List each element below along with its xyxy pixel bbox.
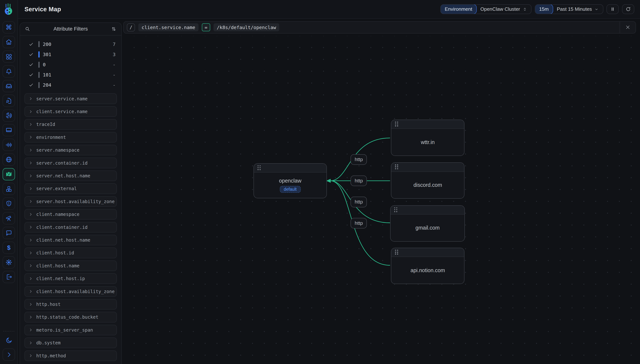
alerts-button[interactable] (2, 65, 15, 78)
trace-spiral-icon (5, 112, 12, 119)
traces-button[interactable] (2, 110, 15, 122)
drag-handle-icon[interactable] (258, 165, 261, 171)
chevron-right-icon (29, 315, 32, 319)
status-code-count: 7 (113, 42, 116, 47)
edge-label-http-notion[interactable]: http (350, 218, 367, 228)
environment-button[interactable]: Environment (440, 4, 477, 14)
service-node-discord-com[interactable]: discord.com (391, 162, 464, 199)
filter-operator-chip[interactable]: = (202, 23, 210, 31)
chevron-right-icon (29, 238, 32, 242)
drag-handle-icon[interactable] (395, 164, 399, 170)
status-filter-row[interactable]: 0 - (20, 60, 121, 70)
attribute-section[interactable]: server.host.availability_zone (24, 196, 117, 207)
attribute-section[interactable]: db.system (24, 338, 117, 348)
attribute-section[interactable]: client.container.id (24, 222, 117, 232)
attribute-section-label: client.container.id (36, 224, 88, 230)
attribute-section[interactable]: client.namespace (24, 209, 117, 220)
infrastructure-button[interactable] (2, 124, 15, 136)
command-palette-button[interactable]: ⌘ (2, 21, 15, 34)
components-button[interactable] (2, 50, 15, 63)
edge-label-http-gmail[interactable]: http (350, 197, 367, 207)
globe-button[interactable] (2, 154, 15, 166)
inbox-button[interactable] (2, 80, 15, 92)
attribute-section[interactable]: client.host.name (24, 260, 117, 271)
laptop-icon (5, 127, 12, 134)
service-map-canvas[interactable]: openclaw default wttr.in discord.com (123, 36, 636, 364)
status-code-label: 204 (43, 82, 51, 88)
shield-alert-icon (5, 200, 12, 207)
edge-label-http-discord[interactable]: http (350, 176, 367, 186)
feedback-button[interactable] (2, 227, 15, 239)
service-node-openclaw[interactable]: openclaw default (254, 163, 327, 198)
time-range-select[interactable]: Past 15 Minutes (553, 5, 603, 14)
home-button[interactable] (2, 36, 15, 48)
settings-button[interactable] (2, 256, 15, 268)
attribute-section[interactable]: metoro.is_server_span (24, 325, 117, 335)
explore-button[interactable] (2, 212, 15, 224)
components-icon (5, 53, 12, 60)
service-node-wttr-in[interactable]: wttr.in (391, 120, 464, 156)
issues-button[interactable] (2, 198, 15, 210)
pause-button[interactable] (606, 4, 619, 14)
cluster-select[interactable]: OpenClaw Cluster (476, 5, 531, 14)
filter-key-chip[interactable]: client.service.name (138, 23, 198, 31)
time-badge-button[interactable]: 15m (535, 4, 553, 14)
chevron-right-icon (29, 187, 32, 190)
service-map-button[interactable] (2, 168, 15, 180)
attribute-section-label: http.host (36, 302, 60, 307)
attribute-section[interactable]: client.service.name (24, 106, 117, 117)
pause-icon (610, 6, 615, 12)
status-code-label: 101 (43, 72, 51, 78)
metrics-button[interactable] (2, 139, 15, 151)
cubes-icon (5, 186, 12, 192)
status-code-count: - (113, 62, 116, 68)
edge-label-http-wttr[interactable]: http (350, 154, 367, 165)
attribute-section[interactable]: http.host (24, 299, 117, 310)
status-code-label: 301 (43, 52, 51, 57)
attribute-section[interactable]: http.status_code.bucket (24, 312, 117, 322)
chevron-right-icon (29, 148, 32, 152)
search-icon[interactable] (25, 26, 30, 32)
logout-button[interactable] (2, 271, 15, 283)
attribute-section[interactable]: server.container.id (24, 158, 117, 168)
slash-shortcut-badge[interactable]: / (127, 23, 135, 32)
refresh-button[interactable] (622, 4, 634, 14)
attribute-section[interactable]: client.net.host.name (24, 235, 117, 245)
status-filter-row[interactable]: 101 - (20, 70, 121, 80)
status-filter-row[interactable]: 204 - (20, 80, 121, 90)
status-filter-row[interactable]: 200 7 (20, 39, 121, 49)
service-node-api-notion-com[interactable]: api.notion.com (391, 248, 464, 284)
service-node-gmail-com[interactable]: gmail.com (390, 205, 465, 242)
attribute-section[interactable]: server.namespace (24, 145, 117, 155)
attribute-section[interactable]: traceId (24, 119, 117, 130)
namespace-badge: default (280, 186, 301, 193)
attribute-section[interactable]: client.host.availability_zone (24, 286, 117, 297)
attribute-section-label: client.namespace (36, 212, 80, 217)
attribute-section[interactable]: client.host.id (24, 248, 117, 258)
expand-sidebar-button[interactable] (2, 348, 15, 361)
log-search-button[interactable] (2, 94, 15, 107)
attribute-section[interactable]: server.net.host.name (24, 170, 117, 181)
attribute-section[interactable]: server.external (24, 183, 117, 194)
service-node-label: api.notion.com (410, 267, 445, 274)
drag-handle-icon[interactable] (395, 122, 399, 127)
status-color-bar (38, 41, 40, 47)
attribute-section[interactable]: environment (24, 132, 117, 142)
filter-value-chip[interactable]: /k8s/default/openclaw (214, 23, 279, 31)
drag-handle-icon[interactable] (395, 250, 399, 255)
checkmark-icon (29, 62, 33, 67)
attribute-section-label: client.host.name (36, 263, 80, 268)
workloads-button[interactable] (2, 183, 15, 195)
service-map-icon (5, 171, 12, 178)
document-search-icon (5, 98, 12, 104)
clear-filter-button[interactable] (620, 22, 636, 33)
attribute-section[interactable]: client.net.host.ip (24, 273, 117, 284)
costs-button[interactable]: $ (2, 242, 15, 254)
sort-icon[interactable] (111, 26, 116, 32)
drag-handle-icon[interactable] (394, 207, 398, 213)
attribute-section[interactable]: http.method (24, 350, 117, 361)
attribute-section-label: metoro.is_server_span (36, 327, 93, 333)
status-filter-row[interactable]: 301 3 (20, 49, 121, 60)
dark-mode-toggle[interactable] (2, 336, 15, 345)
attribute-section[interactable]: server.service.name (24, 93, 117, 104)
